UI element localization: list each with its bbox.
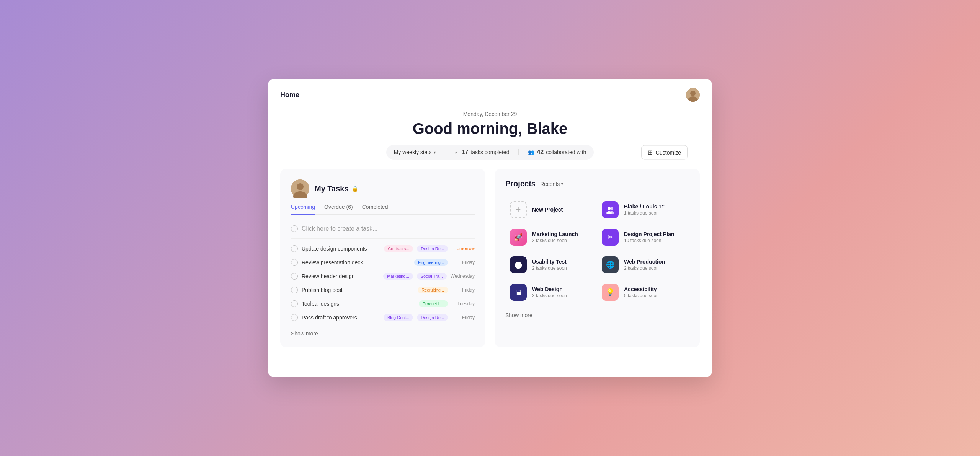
projects-grid: + New Project — [505, 196, 689, 306]
tag-product-l: Product L... — [419, 300, 448, 307]
chevron-down-icon: ▾ — [561, 182, 563, 186]
task-check-icon — [291, 245, 298, 252]
customize-button[interactable]: ⊞ Customize — [641, 145, 688, 160]
recents-dropdown[interactable]: Recents ▾ — [540, 181, 563, 187]
stats-bar: My weekly stats ▾ ✓ 17 tasks completed 👥… — [386, 145, 594, 160]
tag-recruiting: Recruiting... — [418, 287, 448, 293]
hero-section: Monday, December 29 Good morning, Blake … — [268, 105, 712, 169]
app-window: Home Monday, December 29 Good morning, B… — [268, 79, 712, 377]
svg-point-1 — [690, 91, 696, 96]
projects-card: Projects Recents ▾ + New Project — [495, 169, 700, 347]
project-blake-louis[interactable]: Blake / Louis 1:1 1 tasks due soon — [597, 196, 689, 223]
main-content: My Tasks 🔒 Upcoming Overdue (6) Complete… — [268, 169, 712, 360]
svg-point-7 — [610, 207, 613, 210]
tag-design-re: Design Re... — [417, 245, 448, 252]
create-task-input[interactable]: Click here to create a task... — [291, 222, 475, 239]
project-web-production[interactable]: 🌐 Web Production 2 tasks due soon — [597, 251, 689, 278]
stats-divider — [445, 149, 445, 155]
project-marketing-launch[interactable]: 🚀 Marketing Launch 3 tasks due soon — [505, 223, 597, 251]
my-tasks-tabs: Upcoming Overdue (6) Completed — [291, 204, 475, 215]
avatar[interactable] — [686, 88, 700, 102]
table-row[interactable]: Pass draft to approvers Blog Cont... Des… — [291, 311, 475, 324]
tab-overdue[interactable]: Overdue (6) — [324, 204, 353, 215]
my-tasks-title: My Tasks 🔒 — [315, 184, 358, 193]
projects-title: Projects — [505, 179, 536, 188]
my-tasks-header: My Tasks 🔒 — [291, 179, 475, 198]
due-date: Tuesday — [452, 301, 475, 306]
table-row[interactable]: Toolbar designs Product L... Tuesday — [291, 297, 475, 311]
svg-point-6 — [608, 207, 611, 210]
stats-divider-2 — [518, 149, 519, 155]
web-production-icon: 🌐 — [602, 256, 619, 273]
due-date: Friday — [452, 287, 475, 293]
tag-blog-cont: Blog Cont... — [384, 314, 413, 321]
table-row[interactable]: Review header design Marketing... Social… — [291, 269, 475, 283]
tag-contracts: Contracts... — [384, 245, 413, 252]
collaborated-stat: 👥 42 collaborated with — [528, 149, 586, 156]
tag-engineering: Engineering... — [414, 259, 448, 266]
task-check-icon — [291, 259, 298, 266]
checkmark-icon: ✓ — [454, 149, 459, 155]
tab-completed[interactable]: Completed — [362, 204, 388, 215]
project-web-design[interactable]: 🖥 Web Design 3 tasks due soon — [505, 278, 597, 306]
due-date: Friday — [452, 315, 475, 320]
header: Home — [268, 79, 712, 105]
task-check-icon — [291, 273, 298, 280]
tasks-completed-stat: ✓ 17 tasks completed — [454, 149, 509, 156]
tab-upcoming[interactable]: Upcoming — [291, 204, 315, 215]
task-check-icon — [291, 287, 298, 293]
project-usability-test[interactable]: ⬤ Usability Test 2 tasks due soon — [505, 251, 597, 278]
due-date: Friday — [452, 260, 475, 265]
circle-check-icon — [291, 225, 298, 232]
project-accessibility[interactable]: 💡 Accessibility 5 tasks due soon — [597, 278, 689, 306]
due-date: Tomorrow — [452, 246, 475, 251]
hero-date: Monday, December 29 — [268, 111, 712, 117]
lock-icon: 🔒 — [352, 186, 358, 192]
chevron-down-icon: ▾ — [434, 150, 436, 155]
show-more-projects[interactable]: Show more — [505, 312, 689, 318]
show-more-tasks[interactable]: Show more — [291, 331, 475, 337]
design-plan-icon: ✂ — [602, 229, 619, 246]
tag-social-tra: Social Tra... — [417, 273, 447, 280]
usability-test-icon: ⬤ — [510, 256, 527, 273]
table-row[interactable]: Publish blog post Recruiting... Friday — [291, 283, 475, 297]
tag-design-re2: Design Re... — [417, 314, 448, 321]
table-row[interactable]: Review presentation deck Engineering... … — [291, 256, 475, 269]
task-check-icon — [291, 314, 298, 321]
svg-point-4 — [297, 183, 304, 190]
project-design-plan[interactable]: ✂ Design Project Plan 10 tasks due soon — [597, 223, 689, 251]
weekly-stats-dropdown[interactable]: My weekly stats ▾ — [394, 149, 436, 155]
people-icon: 👥 — [528, 149, 534, 155]
blake-louis-icon — [602, 201, 619, 218]
projects-header: Projects Recents ▾ — [505, 179, 689, 188]
new-project-icon: + — [510, 201, 527, 218]
tag-marketing: Marketing... — [383, 273, 413, 280]
accessibility-icon: 💡 — [602, 284, 619, 301]
project-new[interactable]: + New Project — [505, 196, 597, 223]
marketing-launch-icon: 🚀 — [510, 229, 527, 246]
my-tasks-card: My Tasks 🔒 Upcoming Overdue (6) Complete… — [280, 169, 485, 347]
due-date: Wednesday — [451, 274, 475, 279]
user-avatar — [291, 179, 309, 198]
table-row[interactable]: Update design components Contracts... De… — [291, 242, 475, 256]
app-title: Home — [280, 91, 299, 99]
task-check-icon — [291, 300, 298, 307]
web-design-icon: 🖥 — [510, 284, 527, 301]
hero-greeting: Good morning, Blake — [268, 120, 712, 137]
grid-icon: ⊞ — [648, 149, 653, 156]
